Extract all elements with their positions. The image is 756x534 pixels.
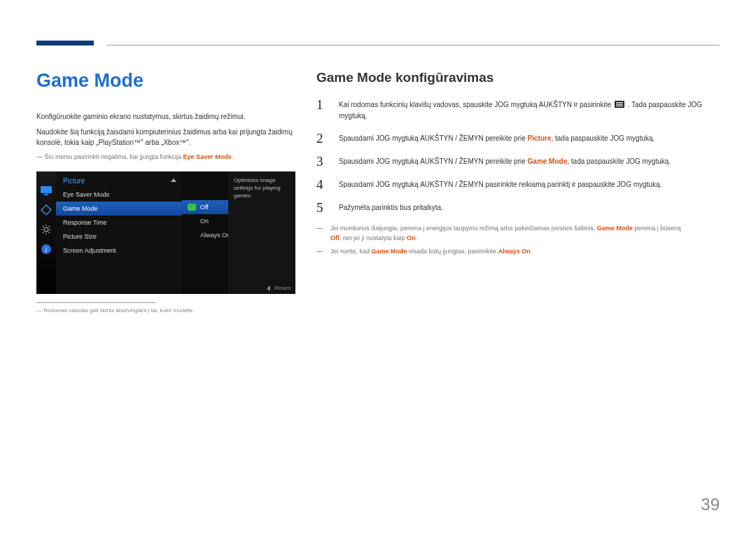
- note-mid: pereina į būseną: [633, 225, 681, 232]
- svg-text:i: i: [46, 246, 48, 253]
- osd-screenshot: i Picture Eye Saver Mode Game Mode Respo…: [36, 171, 295, 294]
- osd-item-response-time: Response Time: [56, 216, 182, 230]
- note-text: ― Šio meniu pasirinkti negalima, kai įju…: [36, 153, 183, 160]
- configure-title: Game Mode konfigūravimas: [316, 70, 720, 85]
- gear-icon: [39, 223, 53, 236]
- menu-icon: [615, 100, 624, 111]
- monitor-icon: [39, 184, 53, 197]
- right-column: Game Mode konfigūravimas 1 Kai rodomas f…: [316, 70, 720, 314]
- intro-paragraph-2: Naudokite šią funkciją žaisdami kompiute…: [36, 127, 295, 148]
- osd-item-screen-adjustment: Screen Adjustment: [56, 244, 182, 258]
- svg-rect-1: [44, 194, 48, 195]
- note-1: ― Jei monitorius išsijungia, pereina į e…: [316, 224, 720, 244]
- step-text-pre: Spausdami JOG mygtuką AUKŠTYN / ŽEMYN pe…: [339, 134, 528, 142]
- note-highlight: Off: [330, 234, 340, 241]
- step-number: 1: [316, 98, 328, 111]
- note-text: Jei norite, kad Game Mode visada būtų įj…: [330, 247, 720, 257]
- page-title: Game Mode: [36, 70, 295, 92]
- step-text: Pažymėta parinktis bus pritaikyta.: [339, 201, 443, 213]
- svg-rect-14: [616, 102, 623, 103]
- step-3: 3 Spausdami JOG mygtuką AUKŠTYN / ŽEMYN …: [316, 155, 720, 168]
- svg-point-2: [44, 227, 48, 232]
- note-suf: , net jei ji nustatyta kaip: [340, 234, 407, 241]
- note-highlight: Game Mode: [372, 248, 407, 255]
- arrow-left-icon: [267, 286, 270, 291]
- step-text-pre: Spausdami JOG mygtuką AUKŠTYN / ŽEMYN pe…: [339, 157, 528, 165]
- note-highlight: Eye Saver Mode: [183, 153, 232, 160]
- step-text-pre: Kai rodomas funkcinių klavišų vadovas, s…: [339, 101, 613, 108]
- step-text: Spausdami JOG mygtuką AUKŠTYN / ŽEMYN pe…: [339, 132, 654, 144]
- svg-rect-15: [616, 104, 623, 104]
- page-number: 39: [701, 495, 720, 514]
- osd-return-label: Return: [274, 285, 291, 291]
- step-number: 5: [316, 201, 328, 214]
- note-suffix: .: [232, 153, 234, 160]
- step-number: 3: [316, 155, 328, 168]
- note-highlight: Game Mode: [597, 225, 633, 232]
- osd-item-picture-size: Picture Size: [56, 230, 182, 244]
- step-text: Spausdami JOG mygtuką AUKŠTYN / ŽEMYN pa…: [339, 178, 662, 190]
- step-text-suf: , tada paspauskite JOG mygtuką.: [567, 157, 671, 165]
- note-2: ― Jei norite, kad Game Mode visada būtų …: [316, 247, 720, 257]
- svg-line-9: [43, 232, 44, 234]
- header-rule: [106, 45, 720, 45]
- footnote-divider: [36, 302, 155, 303]
- note-eye-saver: ― Šio meniu pasirinkti negalima, kai įju…: [36, 153, 295, 162]
- osd-footer: Return: [267, 285, 291, 291]
- step-highlight: Picture: [528, 134, 552, 142]
- step-number: 4: [316, 178, 328, 191]
- osd-item-eye-saver: Eye Saver Mode: [56, 188, 182, 202]
- model-note: ― Rodomas vaizdas gali skirtis atsižvelg…: [36, 307, 295, 314]
- dash-icon: ―: [316, 247, 326, 257]
- note-pre: Jei monitorius išsijungia, pereina į ene…: [330, 225, 597, 232]
- osd-menu-header-text: Picture: [63, 177, 85, 185]
- note-highlight: On: [407, 234, 416, 241]
- step-2: 2 Spausdami JOG mygtuką AUKŠTYN / ŽEMYN …: [316, 132, 720, 145]
- osd-tab-bar: i: [36, 171, 56, 294]
- note-mid: visada būtų įjungtas, pasirinkite: [407, 248, 498, 255]
- osd-menu-header: Picture: [56, 171, 182, 188]
- note-suf: .: [531, 248, 533, 255]
- osd-item-game-mode: Game Mode: [56, 202, 182, 216]
- step-4: 4 Spausdami JOG mygtuką AUKŠTYN / ŽEMYN …: [316, 178, 720, 191]
- steps-list: 1 Kai rodomas funkcinių klavišų vadovas,…: [316, 98, 720, 214]
- note-pre: Jei norite, kad: [330, 248, 372, 255]
- step-1: 1 Kai rodomas funkcinių klavišų vadovas,…: [316, 98, 720, 122]
- intro-paragraph-1: Konfigūruokite gaminio ekrano nustatymus…: [36, 111, 295, 122]
- arrow-up-icon: [171, 178, 176, 182]
- notes-block: ― Jei monitorius išsijungia, pereina į e…: [316, 224, 720, 258]
- svg-rect-0: [41, 186, 52, 193]
- step-text-suf: , tada paspauskite JOG mygtuką.: [551, 134, 654, 142]
- dash-icon: ―: [316, 224, 326, 244]
- note-highlight: Always On: [498, 248, 531, 255]
- osd-menu-list: Picture Eye Saver Mode Game Mode Respons…: [56, 171, 182, 294]
- step-text: Kai rodomas funkcinių klavišų vadovas, s…: [339, 98, 720, 122]
- svg-line-10: [49, 226, 50, 227]
- header-accent-bar: [36, 41, 94, 45]
- diamond-icon: [39, 204, 53, 216]
- svg-line-8: [49, 232, 50, 234]
- osd-help-panel: Optimizes image settings for playing gam…: [228, 171, 295, 294]
- step-text: Spausdami JOG mygtuką AUKŠTYN / ŽEMYN pe…: [339, 155, 671, 167]
- note-text: Jei monitorius išsijungia, pereina į ene…: [330, 224, 720, 244]
- step-highlight: Game Mode: [528, 157, 568, 165]
- page-content: Game Mode Konfigūruokite gaminio ekrano …: [0, 0, 756, 314]
- left-column: Game Mode Konfigūruokite gaminio ekrano …: [36, 70, 295, 314]
- info-icon: i: [39, 243, 53, 255]
- step-5: 5 Pažymėta parinktis bus pritaikyta.: [316, 201, 720, 214]
- note-suf: .: [416, 234, 418, 241]
- svg-line-7: [43, 226, 44, 227]
- step-number: 2: [316, 132, 328, 145]
- svg-rect-16: [616, 105, 623, 106]
